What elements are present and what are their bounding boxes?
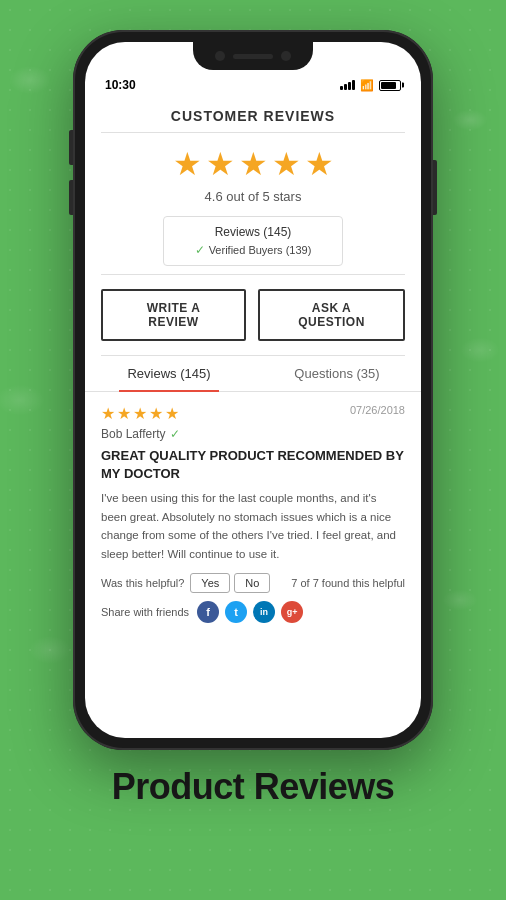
facebook-share-button[interactable]: f <box>197 601 219 623</box>
star-1: ★ <box>173 145 202 183</box>
verified-buyers-label: Verified Buyers (139) <box>209 244 312 256</box>
reviewer-name-row: Bob Lafferty ✓ <box>101 427 405 441</box>
rating-stars: ★ ★ ★ ★ ★ <box>173 145 334 183</box>
twitter-share-button[interactable]: t <box>225 601 247 623</box>
star-4: ★ <box>272 145 301 183</box>
phone-screen: 10:30 📶 CUSTOMER REVIEWS <box>85 42 421 738</box>
review-item: ★ ★ ★ ★ ★ 07/26/2018 Bob Lafferty ✓ GREA… <box>85 392 421 635</box>
helpful-row: Was this helpful? Yes No 7 of 7 found th… <box>101 573 405 593</box>
review-date: 07/26/2018 <box>350 404 405 416</box>
rating-section: ★ ★ ★ ★ ★ 4.6 out of 5 stars Reviews (14… <box>85 133 421 274</box>
write-review-button[interactable]: WRITE A REVIEW <box>101 289 246 341</box>
battery-icon <box>379 80 401 91</box>
screen-content[interactable]: CUSTOMER REVIEWS ★ ★ ★ ★ ★ 4.6 out of 5 … <box>85 96 421 738</box>
rating-summary: 4.6 out of 5 stars <box>205 189 302 204</box>
helpful-yes-button[interactable]: Yes <box>190 573 230 593</box>
review-stars: ★ ★ ★ ★ ★ <box>101 404 179 423</box>
helpful-controls: Was this helpful? Yes No <box>101 573 270 593</box>
power-button <box>433 160 437 215</box>
share-label: Share with friends <box>101 606 189 618</box>
helpful-count: 7 of 7 found this helpful <box>291 577 405 589</box>
tabs: Reviews (145) Questions (35) <box>85 356 421 392</box>
tab-questions[interactable]: Questions (35) <box>253 356 421 391</box>
review-star-2: ★ <box>117 404 131 423</box>
reviewer-verified-icon: ✓ <box>170 427 180 441</box>
action-buttons: WRITE A REVIEW ASK A QUESTION <box>85 275 421 355</box>
review-title: GREAT QUALITY PRODUCT RECOMMENDED BY MY … <box>101 447 405 483</box>
review-star-3: ★ <box>133 404 147 423</box>
status-icons: 📶 <box>340 79 401 92</box>
tab-reviews[interactable]: Reviews (145) <box>85 356 253 391</box>
sensor <box>281 51 291 61</box>
status-bar: 10:30 📶 <box>85 70 421 96</box>
review-header: ★ ★ ★ ★ ★ 07/26/2018 <box>101 404 405 423</box>
star-5: ★ <box>305 145 334 183</box>
reviewer-name-text: Bob Lafferty <box>101 427 166 441</box>
verified-buyers-row: ✓ Verified Buyers (139) <box>184 243 322 257</box>
signal-icon <box>340 80 355 90</box>
wifi-icon: 📶 <box>360 79 374 92</box>
helpful-label: Was this helpful? <box>101 577 184 589</box>
star-3: ★ <box>239 145 268 183</box>
bottom-label: Product Reviews <box>112 766 395 808</box>
phone-frame: 10:30 📶 CUSTOMER REVIEWS <box>73 30 433 750</box>
reviews-count-label: Reviews (145) <box>184 225 322 239</box>
volume-down-button <box>69 180 73 215</box>
helpful-buttons: Yes No <box>190 573 270 593</box>
filter-box[interactable]: Reviews (145) ✓ Verified Buyers (139) <box>163 216 343 266</box>
status-time: 10:30 <box>105 78 136 92</box>
helpful-no-button[interactable]: No <box>234 573 270 593</box>
ask-question-button[interactable]: ASK A QUESTION <box>258 289 405 341</box>
linkedin-share-button[interactable]: in <box>253 601 275 623</box>
googleplus-share-button[interactable]: g+ <box>281 601 303 623</box>
review-body: I've been using this for the last couple… <box>101 489 405 563</box>
verified-checkmark-icon: ✓ <box>195 243 205 257</box>
review-star-1: ★ <box>101 404 115 423</box>
front-camera <box>215 51 225 61</box>
review-star-5: ★ <box>165 404 179 423</box>
volume-up-button <box>69 130 73 165</box>
share-row: Share with friends f t in g+ <box>101 601 405 623</box>
social-icons: f t in g+ <box>197 601 303 623</box>
speaker <box>233 54 273 59</box>
star-2: ★ <box>206 145 235 183</box>
notch <box>193 42 313 70</box>
review-star-4: ★ <box>149 404 163 423</box>
page-title: CUSTOMER REVIEWS <box>85 96 421 132</box>
